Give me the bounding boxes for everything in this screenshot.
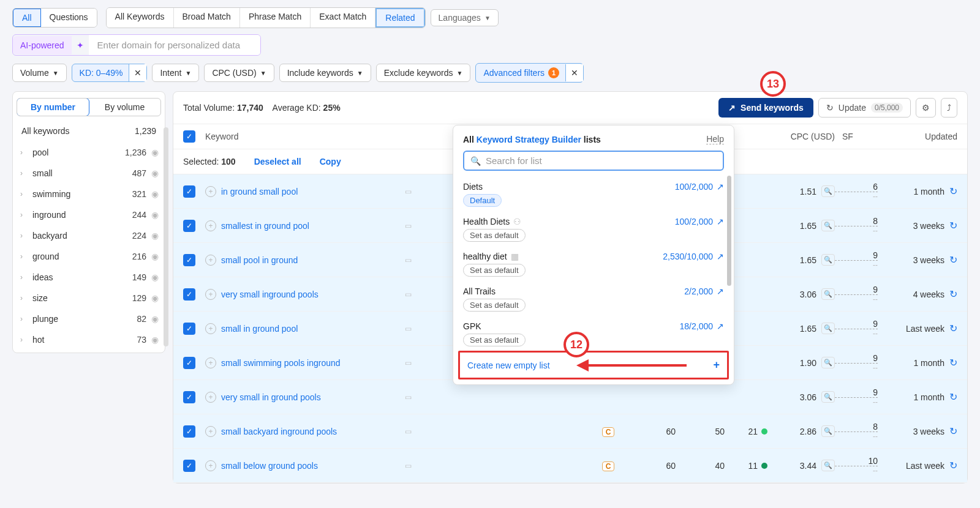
keyword-link[interactable]: very small in ground pools	[221, 392, 400, 402]
sidebar-item[interactable]: › plunge 82 ◉	[13, 308, 165, 329]
list-badge[interactable]: Set as default	[463, 229, 526, 242]
external-link-icon[interactable]: ↗	[717, 182, 724, 192]
keyword-link[interactable]: small backyard inground pools	[221, 427, 400, 436]
search-small-icon[interactable]: 🔍	[821, 288, 835, 300]
keyword-link[interactable]: small in ground pool	[221, 324, 400, 334]
intent-filter[interactable]: Intent▼	[152, 64, 199, 82]
refresh-icon[interactable]: ↻	[949, 185, 957, 197]
tab-exact-match[interactable]: Exact Match	[311, 8, 375, 28]
refresh-icon[interactable]: ↻	[949, 391, 957, 403]
keyword-link[interactable]: smallest in ground pool	[221, 221, 400, 231]
advanced-filters[interactable]: Advanced filters 1 ✕	[475, 63, 584, 83]
refresh-icon[interactable]: ↻	[949, 323, 957, 334]
keyword-link[interactable]: in ground small pool	[221, 187, 400, 196]
sort-by-number[interactable]: By number	[17, 98, 89, 116]
list-item[interactable]: Diets Default 100/2,000 ↗	[463, 177, 724, 212]
search-small-icon[interactable]: 🔍	[821, 323, 835, 334]
eye-icon[interactable]: ◉	[151, 293, 159, 303]
tab-questions[interactable]: Questions	[41, 9, 97, 27]
list-badge[interactable]: Set as default	[463, 264, 526, 277]
row-checkbox[interactable]: ✓	[183, 323, 195, 335]
eye-icon[interactable]: ◉	[151, 314, 159, 324]
add-icon[interactable]: +	[205, 186, 216, 197]
domain-input[interactable]	[89, 35, 260, 55]
serp-icon[interactable]: ▭	[405, 359, 412, 367]
list-item[interactable]: healthy diet ▦ Set as default 2,530/10,0…	[463, 247, 724, 282]
refresh-icon[interactable]: ↻	[949, 254, 957, 266]
eye-icon[interactable]: ◉	[151, 189, 159, 199]
refresh-icon[interactable]: ↻	[949, 460, 957, 471]
include-keywords-filter[interactable]: Include keywords▼	[279, 64, 371, 82]
header-updated[interactable]: Updated	[878, 132, 957, 141]
external-link-icon[interactable]: ↗	[717, 217, 724, 226]
add-icon[interactable]: +	[205, 392, 216, 403]
list-badge[interactable]: Set as default	[463, 334, 526, 346]
sidebar-item[interactable]: › ideas 149 ◉	[13, 267, 165, 288]
list-badge[interactable]: Default	[463, 194, 502, 207]
search-small-icon[interactable]: 🔍	[821, 460, 835, 471]
external-link-icon[interactable]: ↗	[717, 286, 724, 296]
close-icon[interactable]: ✕	[129, 64, 146, 81]
keyword-link[interactable]: small below ground pools	[221, 461, 400, 471]
tab-all-keywords[interactable]: All Keywords	[107, 8, 174, 28]
exclude-keywords-filter[interactable]: Exclude keywords▼	[376, 64, 471, 82]
external-link-icon[interactable]: ↗	[717, 252, 724, 261]
row-checkbox[interactable]: ✓	[183, 254, 195, 266]
close-icon[interactable]: ✕	[565, 64, 583, 81]
sidebar-item[interactable]: › backyard 224 ◉	[13, 225, 165, 246]
add-icon[interactable]: +	[205, 289, 216, 300]
search-small-icon[interactable]: 🔍	[821, 185, 835, 197]
add-icon[interactable]: +	[205, 323, 216, 334]
tab-all[interactable]: All	[12, 8, 42, 28]
keyword-link[interactable]: small swimming pools inground	[221, 358, 400, 368]
kd-filter[interactable]: KD: 0–49%✕	[72, 64, 148, 82]
list-search-input[interactable]	[486, 155, 717, 166]
help-link[interactable]: Help	[706, 134, 724, 144]
serp-icon[interactable]: ▭	[405, 187, 412, 196]
deselect-all-link[interactable]: Deselect all	[254, 157, 301, 166]
refresh-icon[interactable]: ↻	[949, 288, 957, 300]
add-icon[interactable]: +	[205, 255, 216, 266]
row-checkbox[interactable]: ✓	[183, 460, 195, 472]
eye-icon[interactable]: ◉	[151, 272, 159, 282]
list-badge[interactable]: Set as default	[463, 299, 526, 312]
sidebar-item[interactable]: › size 129 ◉	[13, 288, 165, 308]
add-icon[interactable]: +	[205, 426, 216, 437]
eye-icon[interactable]: ◉	[151, 231, 159, 241]
keyword-link[interactable]: small pool in ground	[221, 255, 400, 265]
sidebar-item[interactable]: › swimming 321 ◉	[13, 184, 165, 204]
sidebar-item[interactable]: › ground 216 ◉	[13, 246, 165, 267]
search-small-icon[interactable]: 🔍	[821, 391, 835, 403]
serp-icon[interactable]: ▭	[405, 324, 412, 333]
search-small-icon[interactable]: 🔍	[821, 425, 835, 437]
send-keywords-button[interactable]: ↗ Send keywords	[718, 98, 813, 118]
refresh-icon[interactable]: ↻	[949, 425, 957, 437]
tab-phrase-match[interactable]: Phrase Match	[240, 8, 311, 28]
update-button[interactable]: ↻ Update 0/5,000	[818, 98, 911, 118]
sidebar-item[interactable]: › pool 1,236 ◉	[13, 142, 165, 163]
row-checkbox[interactable]: ✓	[183, 357, 195, 369]
copy-link[interactable]: Copy	[320, 157, 341, 166]
scrollbar[interactable]	[164, 127, 168, 346]
scrollbar[interactable]	[727, 176, 731, 286]
add-icon[interactable]: +	[205, 357, 216, 368]
header-cpc[interactable]: CPC (USD)	[767, 132, 835, 141]
serp-icon[interactable]: ▭	[405, 290, 412, 299]
row-checkbox[interactable]: ✓	[183, 391, 195, 403]
row-checkbox[interactable]: ✓	[183, 288, 195, 301]
search-small-icon[interactable]: 🔍	[821, 357, 835, 368]
export-button[interactable]: ⤴	[941, 98, 957, 118]
sidebar-item[interactable]: › hot 73 ◉	[13, 329, 165, 350]
refresh-icon[interactable]: ↻	[949, 220, 957, 231]
eye-icon[interactable]: ◉	[151, 252, 159, 261]
eye-icon[interactable]: ◉	[151, 168, 159, 178]
search-small-icon[interactable]: 🔍	[821, 220, 835, 231]
keyword-link[interactable]: very small inground pools	[221, 289, 400, 299]
row-checkbox[interactable]: ✓	[183, 220, 195, 232]
list-item[interactable]: GPK Set as default 18/2,000 ↗	[463, 316, 724, 351]
eye-icon[interactable]: ◉	[151, 148, 159, 157]
refresh-icon[interactable]: ↻	[949, 357, 957, 368]
eye-icon[interactable]: ◉	[151, 210, 159, 220]
serp-icon[interactable]: ▭	[405, 256, 412, 264]
settings-button[interactable]: ⚙	[916, 98, 936, 118]
